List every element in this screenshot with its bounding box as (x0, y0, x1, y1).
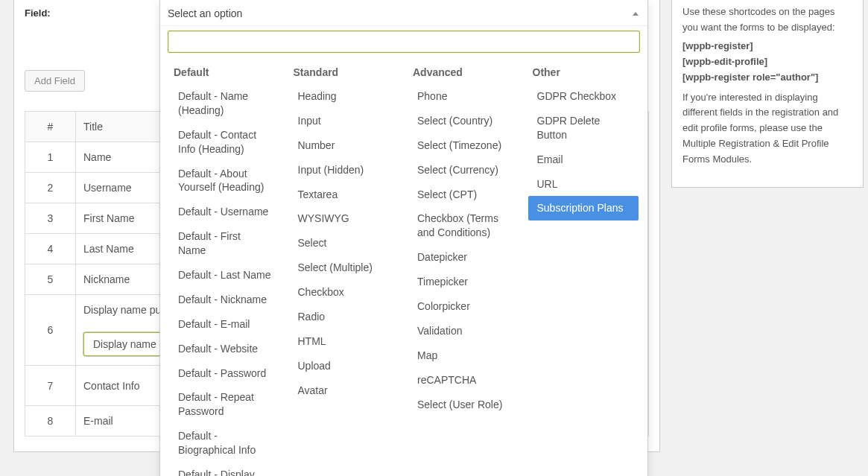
dropdown-option[interactable]: Validation (408, 319, 519, 343)
dropdown-group-heading: Standard (289, 62, 400, 84)
shortcode: [wppb-edit-profile] (682, 56, 852, 67)
dropdown-option[interactable]: Default - Last Name (169, 263, 280, 288)
dropdown-option[interactable]: Default - E-mail (169, 312, 280, 337)
dropdown-group-heading: Other (528, 62, 639, 84)
dropdown-option[interactable]: GDPR Checkbox (528, 84, 639, 109)
dropdown-column: StandardHeadingInputNumberInput (Hidden)… (285, 62, 405, 476)
dropdown-option[interactable]: Colorpicker (408, 294, 519, 319)
dropdown-option[interactable]: Heading (289, 84, 400, 109)
dropdown-option[interactable]: Upload (289, 354, 400, 378)
dropdown-option[interactable]: Default - Display name publicly as (169, 463, 280, 476)
dropdown-column: AdvancedPhoneSelect (Country)Select (Tim… (404, 62, 524, 476)
dropdown-placeholder: Select an option (168, 7, 242, 19)
col-header-num: # (25, 112, 76, 142)
dropdown-option[interactable]: reCAPTCHA (408, 368, 519, 393)
row-number: 6 (25, 295, 76, 366)
shortcode: [wppb-register] (682, 40, 852, 51)
dropdown-option[interactable]: Default - Biographical Info (169, 424, 280, 463)
row-number: 8 (25, 406, 76, 437)
row-number: 3 (25, 203, 76, 234)
dropdown-option[interactable]: Phone (408, 84, 519, 109)
dropdown-option[interactable]: Default - Website (169, 337, 280, 361)
dropdown-option[interactable]: Timepicker (408, 270, 519, 294)
dropdown-option[interactable]: Default - Nickname (169, 288, 280, 312)
dropdown-option[interactable]: Subscription Plans (528, 196, 639, 220)
dropdown-header[interactable]: Select an option (160, 0, 647, 26)
dropdown-column: DefaultDefault - Name (Heading)Default -… (165, 62, 285, 476)
dropdown-option[interactable]: GDPR Delete Button (528, 109, 639, 147)
dropdown-column: OtherGDPR CheckboxGDPR Delete ButtonEmai… (524, 62, 644, 476)
dropdown-option[interactable]: Avatar (289, 378, 400, 403)
field-label: Field: (25, 7, 51, 19)
dropdown-option[interactable]: Select (Timezone) (408, 133, 519, 158)
dropdown-option[interactable]: Default - Contact Info (Heading) (169, 123, 280, 162)
dropdown-option[interactable]: Select (Country) (408, 109, 519, 133)
dropdown-option[interactable]: URL (528, 172, 639, 197)
sidebar-intro: Use these shortcodes on the pages you wa… (682, 4, 852, 36)
dropdown-option[interactable]: Default - Username (169, 200, 280, 224)
row-number: 2 (25, 173, 76, 203)
dropdown-group-heading: Advanced (408, 62, 519, 84)
dropdown-option[interactable]: WYSIWYG (289, 206, 400, 231)
dropdown-group-heading: Default (169, 62, 280, 84)
row-number: 4 (25, 234, 76, 264)
dropdown-option[interactable]: Select (CPT) (408, 183, 519, 207)
shortcodes-sidebar: Use these shortcodes on the pages you wa… (671, 0, 864, 188)
dropdown-option[interactable]: Select (User Role) (408, 393, 519, 417)
shortcode: [wppb-register role="author"] (682, 72, 852, 83)
dropdown-option[interactable]: Input (289, 109, 400, 133)
dropdown-option[interactable]: Default - First Name (169, 224, 280, 263)
field-type-dropdown: Select an option DefaultDefault - Name (… (159, 0, 648, 476)
dropdown-option[interactable]: Radio (289, 305, 400, 329)
dropdown-search-input[interactable] (168, 31, 640, 53)
dropdown-option[interactable]: Datepicker (408, 245, 519, 270)
dropdown-option[interactable]: Checkbox (289, 280, 400, 305)
sidebar-outro: If you're interested in displaying diffe… (682, 90, 852, 168)
row-number: 7 (25, 366, 76, 406)
chevron-up-icon (633, 12, 639, 16)
dropdown-option[interactable]: Default - Repeat Password (169, 385, 280, 424)
row-number: 5 (25, 264, 76, 295)
dropdown-option[interactable]: Select (289, 231, 400, 256)
dropdown-option[interactable]: HTML (289, 329, 400, 354)
dropdown-option[interactable]: Default - About Yourself (Heading) (169, 162, 280, 200)
dropdown-option[interactable]: Select (Currency) (408, 158, 519, 183)
dropdown-option[interactable]: Map (408, 343, 519, 368)
row-number: 1 (25, 142, 76, 173)
dropdown-option[interactable]: Input (Hidden) (289, 158, 400, 183)
dropdown-option[interactable]: Checkbox (Terms and Conditions) (408, 206, 519, 245)
dropdown-option[interactable]: Textarea (289, 183, 400, 207)
dropdown-option[interactable]: Default - Name (Heading) (169, 84, 280, 123)
dropdown-option[interactable]: Number (289, 133, 400, 158)
dropdown-option[interactable]: Default - Password (169, 361, 280, 386)
dropdown-option[interactable]: Email (528, 147, 639, 172)
dropdown-option[interactable]: Select (Multiple) (289, 256, 400, 280)
add-field-button[interactable]: Add Field (25, 70, 85, 92)
